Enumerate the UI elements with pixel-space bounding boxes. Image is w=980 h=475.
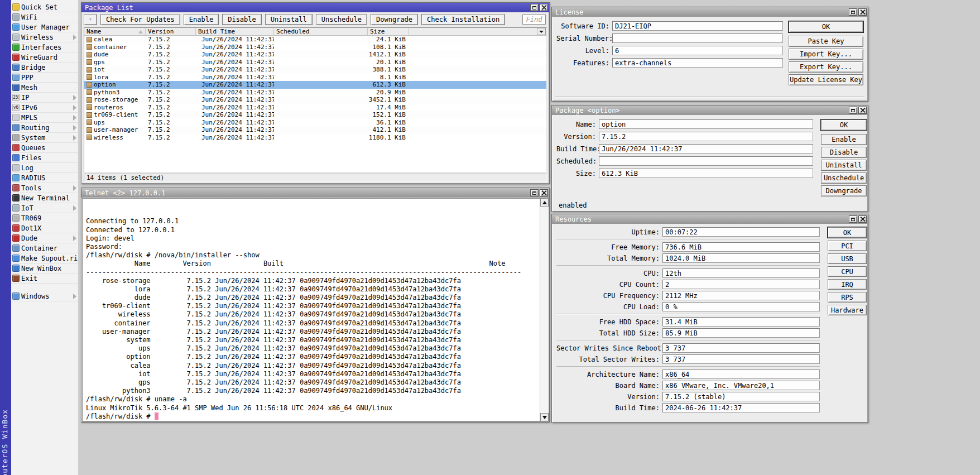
name-input[interactable]: option [599,119,813,129]
sidebar-item-tr069[interactable]: TR069 [11,213,78,223]
unschedule-button[interactable]: Unschedule [316,14,367,25]
cpu-count-input[interactable]: 2 [662,280,820,289]
maximize-button[interactable] [530,4,539,11]
level-input[interactable]: 6 [612,46,783,55]
close-button[interactable] [858,215,867,223]
pci-button[interactable]: PCI [828,241,867,251]
terminal-scrollbar[interactable] [540,198,549,421]
hardware-button[interactable]: Hardware [828,305,867,315]
uptime-input[interactable]: 00:07:22 [662,227,820,237]
maximize-button[interactable] [849,107,857,114]
sidebar-item-iot[interactable]: IoT [11,203,78,213]
size-input[interactable]: 612.3 KiB [599,169,813,178]
column-header-name[interactable]: Name [84,28,146,35]
column-header-version[interactable]: Version [146,28,196,35]
telnet-titlebar[interactable]: Telnet <2> 127.0.0.1 [81,188,549,198]
cpu-frequency-input[interactable]: 2112 MHz [662,291,820,300]
irq-button[interactable]: IRQ [828,279,867,290]
sidebar-item-system[interactable]: System [11,133,78,143]
close-button[interactable] [540,4,548,11]
package-row-gps[interactable]: gps7.15.2Jun/26/2024 11:42:3720.1 KiB [84,59,546,66]
terminal-output[interactable]: Connecting to 127.0.0.1Connected to 127.… [82,198,549,421]
column-header-build-time[interactable]: Build Time [196,28,274,35]
sidebar-item-new-terminal[interactable]: New Terminal [11,193,78,203]
total-memory-input[interactable]: 1024.0 MiB [662,253,820,263]
uninstall-button[interactable]: Uninstall [821,160,867,171]
enable-button[interactable]: Enable [184,14,219,25]
package-row-container[interactable]: container7.15.2Jun/26/2024 11:42:37108.1… [84,44,546,51]
maximize-button[interactable] [530,189,539,196]
maximize-button[interactable] [849,215,857,223]
sidebar-item-container[interactable]: Container [11,243,78,253]
check-installation-button[interactable]: Check Installation [421,14,505,25]
column-header-scheduled[interactable]: Scheduled [274,28,368,35]
package-row-rose-storage[interactable]: rose-storage7.15.2Jun/26/2024 11:42:3734… [84,96,546,104]
sidebar-item-windows[interactable]: Windows [11,291,78,301]
ok-button[interactable]: OK [789,21,863,32]
sidebar-item-make-supout-rif[interactable]: Make Supout.rif [11,253,78,263]
find-input[interactable] [522,15,546,25]
package-row-tr069-client[interactable]: tr069-client7.15.2Jun/26/2024 11:42:3715… [84,111,546,119]
ok-button[interactable]: OK [821,119,867,131]
cpu-input[interactable]: 12th [662,268,820,278]
sidebar-item-dude[interactable]: Dude [11,233,78,243]
sidebar-item-routing[interactable]: Routing [11,123,78,133]
resources-titlebar[interactable]: Resources [552,214,868,224]
unschedule-button[interactable]: Unschedule [821,172,867,184]
sidebar-item-files[interactable]: Files [11,153,78,163]
sidebar-item-ppp[interactable]: PPP [11,73,78,83]
sidebar-item-mesh[interactable]: Mesh [11,83,78,93]
sector-writes-since-reboot-input[interactable]: 3 737 [662,343,820,353]
package-option-titlebar[interactable]: Package <option> [552,105,868,115]
board-name-input[interactable]: x86 VMware, Inc. VMware20,1 [662,381,820,390]
uninstall-button[interactable]: Uninstall [265,14,313,25]
sidebar-item-queues[interactable]: Queues [11,143,78,153]
sidebar-item-exit[interactable]: Exit [11,274,78,284]
free-hdd-space-input[interactable]: 31.4 MiB [662,317,820,327]
check-for-updates-button[interactable]: Check For Updates [100,14,180,25]
package-row-lora[interactable]: lora7.15.2Jun/26/2024 11:42:378.1 KiB [84,74,546,81]
serial-number-input[interactable] [612,33,783,43]
software-id-input[interactable]: DJ21-EIQP [612,21,783,31]
build-time-input[interactable]: Jun/26/2024 11:42:37 [599,144,813,153]
package-row-option[interactable]: option7.15.2Jun/26/2024 11:42:37612.3 Ki… [84,81,546,89]
free-memory-input[interactable]: 736.6 MiB [662,242,820,252]
scheduled-input[interactable] [599,156,813,166]
package-row-calea[interactable]: calea7.15.2Jun/26/2024 11:42:3724.1 KiB [84,36,546,44]
architecture-name-input[interactable]: x86_64 [662,370,820,379]
sidebar-item-bridge[interactable]: Bridge [11,63,78,73]
total-hdd-size-input[interactable]: 85.9 MiB [662,328,820,338]
update-license-key-button[interactable]: Update License Key [789,74,863,85]
license-titlebar[interactable]: License [552,7,868,17]
filter-button[interactable] [84,14,97,25]
sidebar-item-dot1x[interactable]: Dot1X [11,223,78,233]
ok-button[interactable]: OK [828,227,867,238]
build-time-input[interactable]: 2024-06-26 11:42:37 [662,403,820,412]
sidebar-item-interfaces[interactable]: Interfaces [11,42,78,52]
package-row-routeros[interactable]: routeros7.15.2Jun/26/2024 11:42:3717.4 M… [84,104,546,112]
scroll-down-button[interactable] [540,413,549,421]
sidebar-item-tools[interactable]: Tools [11,183,78,193]
downgrade-button[interactable]: Downgrade [821,185,867,196]
cpu-button[interactable]: CPU [828,266,867,277]
maximize-button[interactable] [849,8,857,16]
sidebar-item-new-winbox[interactable]: New WinBox [11,263,78,274]
sidebar-item-user-manager[interactable]: User Manager [11,22,78,32]
total-sector-writes-input[interactable]: 3 737 [662,354,820,364]
close-button[interactable] [858,107,867,114]
features-input[interactable]: extra-channels [612,58,783,68]
cpu-load-input[interactable]: 0 % [662,302,820,311]
version-input[interactable]: 7.15.2 (stable) [662,392,820,401]
column-header-size[interactable]: Size [368,28,409,35]
package-list-titlebar[interactable]: Package List [81,3,549,12]
package-row-user-manager[interactable]: user-manager7.15.2Jun/26/2024 11:42:3741… [84,126,546,134]
package-row-python3[interactable]: python37.15.2Jun/26/2024 11:42:3720.9 Mi… [84,89,546,97]
downgrade-button[interactable]: Downgrade [371,14,418,25]
sidebar-item-wifi[interactable]: WiFi [11,12,78,22]
sidebar-item-ipv6[interactable]: v6IPv6 [11,103,78,113]
version-input[interactable]: 7.15.2 [599,132,813,141]
sidebar-item-wireless[interactable]: Wireless [11,32,78,42]
sidebar-item-wireguard[interactable]: WireGuard [11,52,78,63]
rps-button[interactable]: RPS [828,292,867,303]
sidebar-item-quick-set[interactable]: Quick Set [11,2,78,12]
